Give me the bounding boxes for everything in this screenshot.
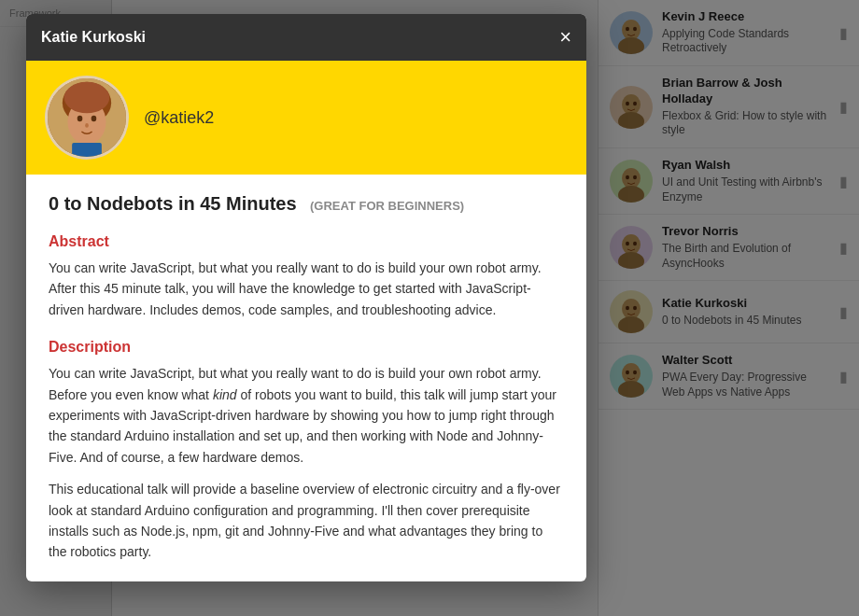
talk-title-row: 0 to Nodebots in 45 Minutes (GREAT FOR B… <box>49 193 564 215</box>
svg-point-35 <box>92 116 97 122</box>
desc-em: kind <box>213 387 237 402</box>
modal-title: Katie Kurkoski <box>41 29 146 46</box>
modal-profile-section: @katiek2 <box>26 61 586 175</box>
description-text-2: This educational talk will provide a bas… <box>49 479 564 563</box>
speaker-handle: @katiek2 <box>144 108 214 128</box>
speaker-modal: Katie Kurkoski × <box>26 14 586 581</box>
modal-overlay[interactable]: Katie Kurkoski × <box>0 0 859 616</box>
abstract-text: You can write JavaScript, but what you r… <box>49 258 564 320</box>
description-text-1: You can write JavaScript, but what you r… <box>49 363 564 468</box>
description-heading: Description <box>49 339 564 356</box>
modal-header: Katie Kurkoski × <box>26 14 586 61</box>
modal-body[interactable]: 0 to Nodebots in 45 Minutes (GREAT FOR B… <box>26 175 586 581</box>
modal-close-button[interactable]: × <box>559 27 571 48</box>
svg-rect-37 <box>72 143 102 157</box>
talk-title: 0 to Nodebots in 45 Minutes <box>49 193 297 214</box>
avatar-image <box>48 78 126 157</box>
svg-point-33 <box>64 82 110 114</box>
abstract-heading: Abstract <box>49 233 564 250</box>
svg-point-34 <box>77 116 83 122</box>
talk-subtitle: (GREAT FOR BEGINNERS) <box>310 199 464 213</box>
svg-point-36 <box>85 123 89 128</box>
avatar <box>45 76 129 160</box>
